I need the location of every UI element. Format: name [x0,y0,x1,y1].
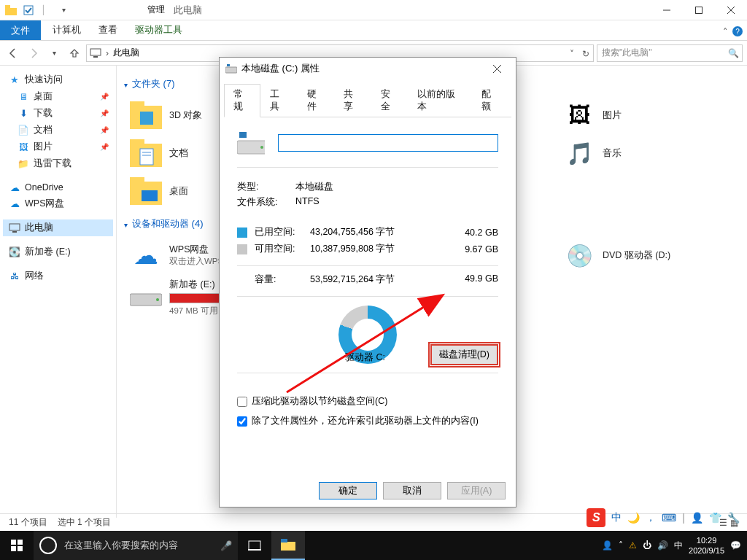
folder-icon: 🎵 [563,139,595,168]
system-tray: 👤 ˄ ⚠ ⏻ 🔊 中 10:29 2020/9/15 💬 [596,535,747,556]
folder-pictures[interactable]: 🖼 图片 [557,96,740,134]
svg-rect-28 [249,541,260,550]
svg-rect-13 [140,112,153,125]
tab-hardware[interactable]: 硬件 [298,84,334,117]
ribbon: 文件 计算机 查看 驱动器工具 ˄ ? [0,20,747,41]
tray-ime[interactable]: 中 [674,540,683,552]
sidebar-desktop[interactable]: 🖥桌面📌 [3,88,113,105]
ribbon-expand-icon[interactable]: ˄ [723,26,728,37]
comma-icon[interactable]: ， [646,511,656,524]
cancel-button[interactable]: 取消 [383,482,441,499]
svg-rect-32 [225,67,237,73]
tray-power-icon[interactable]: ⏻ [643,540,651,551]
tab-tools[interactable]: 工具 [260,84,297,117]
context-tab-label: 管理 [147,4,165,16]
person-icon[interactable]: 👤 [691,512,703,524]
tab-previous[interactable]: 以前的版本 [408,84,471,117]
svg-rect-0 [5,8,17,15]
minimize-button[interactable] [651,0,683,20]
apply-button[interactable]: 应用(A) [447,482,506,499]
svg-rect-8 [93,56,98,58]
sidebar-pictures[interactable]: 🖼图片📌 [3,139,113,155]
sidebar-thispc[interactable]: 此电脑 [3,219,113,236]
svg-rect-33 [227,64,230,66]
mic-icon[interactable]: 🎤 [220,540,232,551]
index-checkbox[interactable]: 除了文件属性外，还允许索引此驱动器上文件的内容(I) [237,415,498,427]
folder-icon: 🖼 [563,101,595,130]
dialog-close-button[interactable] [484,59,510,78]
sidebar-thunder[interactable]: 📁迅雷下载 [3,155,113,172]
action-center-icon[interactable]: 💬 [730,540,741,551]
tray-warning-icon[interactable]: ⚠ [629,540,637,551]
used-swatch [237,228,247,238]
taskbar-explorer[interactable] [271,531,305,560]
drive-name-input[interactable] [278,134,498,152]
window-controls [651,0,747,20]
sidebar-onedrive[interactable]: ☁OneDrive [3,179,113,195]
back-button[interactable] [4,44,22,62]
tab-sharing[interactable]: 共享 [334,84,371,117]
ribbon-tab-computer[interactable]: 计算机 [44,20,90,40]
folder-music[interactable]: 🎵 音乐 [557,134,740,172]
start-button[interactable] [0,531,34,560]
forward-button[interactable] [25,44,42,62]
sidebar-downloads[interactable]: ⬇下载📌 [3,105,113,122]
device-dvd[interactable]: 💿 DVD 驱动器 (D:) [557,236,740,274]
tray-person-icon[interactable]: 👤 [602,540,613,551]
status-item-count: 11 个项目 [9,516,47,529]
ribbon-tab-drive-tools[interactable]: 驱动器工具 [126,20,191,40]
close-button[interactable] [715,0,747,20]
tray-chevron-icon[interactable]: ˄ [619,540,623,551]
sidebar-documents[interactable]: 📄文档📌 [3,122,113,139]
task-view-button[interactable] [238,531,271,560]
ribbon-help-icon[interactable]: ? [732,26,743,36]
sidebar-wps[interactable]: ☁WPS网盘 [3,195,113,212]
tray-volume-icon[interactable]: 🔊 [657,540,668,551]
taskbar-search[interactable]: 在这里输入你要搜索的内容 🎤 [34,531,238,560]
tab-security[interactable]: 安全 [371,84,408,117]
skin-icon[interactable]: 👕 [709,512,721,524]
svg-rect-31 [281,539,287,542]
moon-icon[interactable]: 🌙 [627,512,640,524]
free-gb: 9.67 GB [447,244,498,254]
maximize-button[interactable] [683,0,715,20]
tab-quota[interactable]: 配额 [472,84,508,117]
picture-icon: 🖼 [18,141,29,153]
tool-icon[interactable]: 🔧 [727,512,740,524]
compress-checkbox[interactable]: 压缩此驱动器以节约磁盘空间(C) [237,395,498,408]
checkbox-icon[interactable] [20,2,36,18]
keyboard-icon[interactable]: ⌨ [662,512,676,524]
sidebar-quick-access[interactable]: ★快速访问 [3,71,113,88]
breadcrumb[interactable]: 此电脑 [113,47,139,59]
dialog-titlebar[interactable]: 本地磁盘 (C:) 属性 [220,58,516,79]
used-bytes: 43,204,755,456 字节 [310,226,447,238]
explorer-icon [3,2,19,18]
svg-point-38 [260,146,263,149]
dialog-tabs: 常规 工具 硬件 共享 安全 以前的版本 配额 [220,79,516,117]
file-menu-button[interactable]: 文件 [0,20,41,40]
taskbar-clock[interactable]: 10:29 2020/9/15 [689,535,724,556]
ok-button[interactable]: 确定 [319,482,377,499]
sidebar-network[interactable]: 🖧网络 [3,268,113,284]
svg-rect-9 [9,224,20,230]
drive-type: 本地磁盘 [295,181,498,193]
search-box[interactable]: 搜索"此电脑" 🔍 [597,44,743,62]
address-dropdown-icon[interactable]: ˅ [565,47,578,61]
pc-icon [9,222,20,234]
up-button[interactable] [66,44,83,62]
svg-rect-16 [140,149,153,165]
sidebar-volume-e[interactable]: 💽新加卷 (E:) [3,244,113,260]
pin-icon: 📌 [100,93,109,101]
disk-cleanup-button[interactable]: 磁盘清理(D) [430,344,498,365]
recent-dropdown[interactable]: ▾ [45,44,63,62]
tab-general[interactable]: 常规 [224,84,260,117]
ime-lang[interactable]: 中 [611,511,622,524]
refresh-icon[interactable]: ↻ [578,47,592,61]
network-icon: 🖧 [9,271,20,282]
ribbon-tab-view[interactable]: 查看 [90,20,126,40]
qat-dropdown-icon[interactable]: ▾ [55,2,71,18]
pin-icon: 📌 [100,109,109,117]
cortana-icon [39,537,57,554]
wps-icon: ☁ [9,198,20,210]
ime-toolbar[interactable]: S 中 🌙 ， ⌨ | 👤 👕 🔧 [582,506,744,529]
